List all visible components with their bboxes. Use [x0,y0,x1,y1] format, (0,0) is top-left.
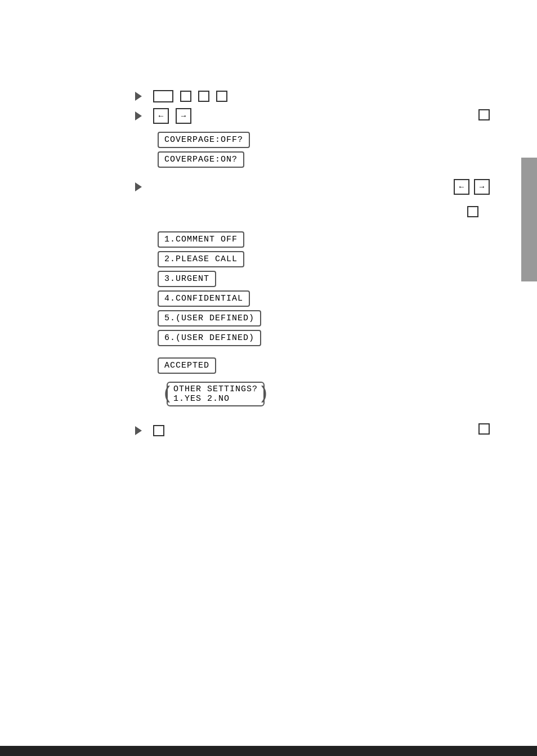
box-wide[interactable] [153,90,173,102]
bottom-bar [0,746,537,756]
main-content: ← → COVERPAGE:OFF? COVERPAGE:ON? ← → 1.C… [135,90,518,442]
bottom-left-box[interactable] [153,425,164,436]
arrow-indicator-1 [135,92,142,101]
arrow-indicator-2 [135,111,142,120]
bottom-right-box[interactable] [478,423,490,435]
arrow-indicator-4 [135,426,142,435]
box-2[interactable] [180,91,191,102]
accepted-label: ACCEPTED [158,357,216,374]
nav-left-btn[interactable]: ← [153,108,169,124]
bracket-right-icon: ) [258,385,269,403]
coverpage-on-option[interactable]: COVERPAGE:ON? [158,151,244,168]
comment-option-5[interactable]: 5.(USER DEFINED) [158,310,261,326]
other-settings-inner: OTHER SETTINGS? 1.YES 2.NO [167,382,265,406]
far-right-box-1[interactable] [478,109,490,120]
arrow-indicator-3 [135,182,142,191]
comment-option-3[interactable]: 3.URGENT [158,271,216,287]
coverpage-off-option[interactable]: COVERPAGE:OFF? [158,132,250,148]
right-tab [521,158,537,281]
bracket-left-icon: ( [162,385,173,403]
other-settings-line2: 1.YES 2.NO [173,394,258,404]
comment-option-2[interactable]: 2.PLEASE CALL [158,251,244,267]
box-4[interactable] [216,91,227,102]
comment-option-4[interactable]: 4.CONFIDENTIAL [158,290,250,307]
nav-left-btn-2[interactable]: ← [454,179,469,195]
nav-right-btn-2[interactable]: → [474,179,490,195]
other-settings-line1: OTHER SETTINGS? [173,384,258,394]
comment-option-6[interactable]: 6.(USER DEFINED) [158,330,261,346]
far-right-box-2[interactable] [467,206,478,217]
nav-right-btn[interactable]: → [176,108,191,124]
comment-option-1[interactable]: 1.COMMENT OFF [158,231,244,248]
other-settings-box[interactable]: ( OTHER SETTINGS? 1.YES 2.NO ) [167,382,265,406]
box-3[interactable] [198,91,209,102]
